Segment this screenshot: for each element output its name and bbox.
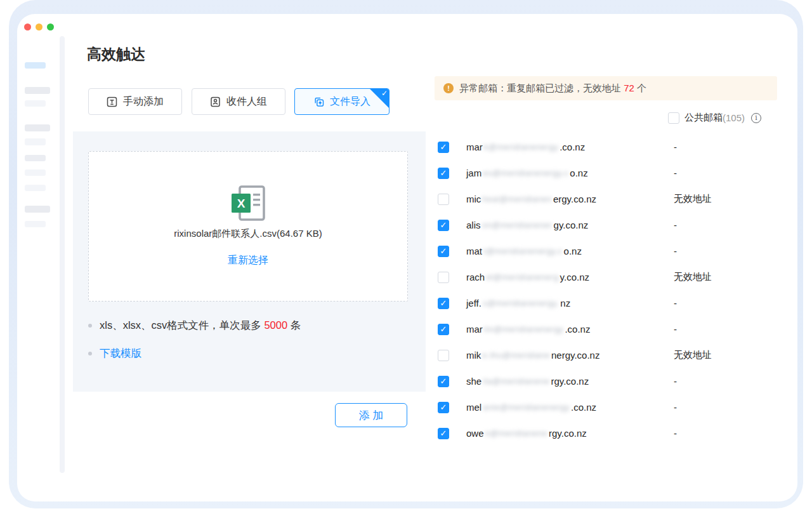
email-status: - xyxy=(674,324,677,335)
email-status: - xyxy=(674,246,677,256)
email-status: - xyxy=(674,220,677,230)
email-row-checkbox[interactable] xyxy=(438,272,449,283)
masked-email-segment: tin@meridianenergy xyxy=(484,324,564,334)
warning-icon: ! xyxy=(443,83,454,93)
email-address: rachel@meridianenergy.co.nz xyxy=(466,272,589,282)
sidebar-skeleton-bar xyxy=(25,124,50,131)
email-status: 无效地址 xyxy=(674,193,712,205)
masked-email-segment: heal@meridianen xyxy=(482,194,552,204)
email-row: ✓matt@meridianenergy.co.nz- xyxy=(435,238,780,264)
email-row: micheal@meridianenergy.co.nz无效地址 xyxy=(435,186,780,212)
tab-file-import[interactable]: 文件导入 ✓ xyxy=(294,88,390,115)
email-row-checkbox[interactable]: ✓ xyxy=(438,324,449,335)
recipient-group-icon xyxy=(210,96,221,107)
sidebar-skeleton-bar xyxy=(25,155,46,161)
bullet-dot xyxy=(88,324,92,328)
email-status: - xyxy=(674,376,677,387)
email-row-checkbox[interactable]: ✓ xyxy=(438,142,449,153)
tab-label: 文件导入 xyxy=(330,95,370,109)
sidebar-skeleton-bar xyxy=(25,100,46,107)
download-template-link[interactable]: 下载模版 xyxy=(100,347,141,361)
email-row-checkbox[interactable]: ✓ xyxy=(438,376,449,387)
traffic-light-minimize[interactable] xyxy=(36,23,43,30)
traffic-light-close[interactable] xyxy=(24,23,31,30)
email-address: mark@meridianenergy.co.nz xyxy=(466,142,585,152)
email-row: ✓sheila@meridianenergy.co.nz- xyxy=(435,368,780,394)
email-row: ✓mark@meridianenergy.co.nz- xyxy=(435,134,780,160)
email-address: mike.thu@meridianenergy.co.nz xyxy=(466,350,599,361)
email-row-checkbox[interactable]: ✓ xyxy=(438,246,449,257)
bullet-dot xyxy=(88,352,92,355)
page-title: 高效触达 xyxy=(87,44,145,64)
tab-recipient-group[interactable]: 收件人组 xyxy=(192,88,285,115)
sidebar-skeleton-bar xyxy=(25,138,46,145)
masked-email-segment: anie@meridianenergy xyxy=(483,402,570,412)
masked-email-segment: e.thu@meridiane xyxy=(482,350,550,360)
uploaded-file-name: rixinsolar邮件联系人.csv(64.67 KB) xyxy=(89,228,407,240)
email-row: ✓alison@meridianenergy.co.nz- xyxy=(435,212,780,238)
masked-email-segment: t@meridianenergy.c xyxy=(483,246,563,256)
add-button[interactable]: 添 加 xyxy=(335,403,407,427)
email-row-checkbox[interactable]: ✓ xyxy=(438,220,449,231)
max-count: 5000 xyxy=(264,319,287,331)
email-row: ✓martin@meridianenergy.co.nz- xyxy=(435,316,780,342)
email-address: james@meridianenergy.co.nz xyxy=(466,168,588,178)
sidebar-divider xyxy=(60,36,65,473)
public-mailbox-checkbox[interactable] xyxy=(668,112,679,124)
sidebar-skeleton-bar xyxy=(25,185,46,191)
email-address: alison@meridianenergy.co.nz xyxy=(466,220,588,230)
email-address: micheal@meridianenergy.co.nz xyxy=(466,194,596,204)
masked-email-segment: el@meridianenerg xyxy=(486,272,558,282)
email-status: - xyxy=(674,168,677,178)
manual-add-icon xyxy=(107,96,117,107)
email-row-checkbox[interactable] xyxy=(438,194,449,205)
email-address: martin@meridianenergy.co.nz xyxy=(466,324,590,335)
email-address: melanie@meridianenergy.co.nz xyxy=(466,402,596,413)
email-address: owen@meridianenergy.co.nz xyxy=(466,428,587,439)
sidebar-skeleton-bar xyxy=(25,87,50,94)
email-status: - xyxy=(674,142,677,152)
email-row-checkbox[interactable] xyxy=(438,350,449,361)
corner-check-icon: ✓ xyxy=(381,89,388,98)
email-row: ✓james@meridianenergy.co.nz- xyxy=(435,160,780,186)
sidebar-skeleton-bar xyxy=(25,169,46,176)
email-row: ✓melanie@meridianenergy.co.nz- xyxy=(435,394,780,420)
traffic-light-zoom[interactable] xyxy=(47,23,54,30)
masked-email-segment: n@meridianene xyxy=(485,428,547,438)
file-import-icon xyxy=(313,96,324,107)
email-status: 无效地址 xyxy=(674,349,712,361)
email-row-checkbox[interactable]: ✓ xyxy=(438,168,449,179)
sidebar-skeleton-bar xyxy=(25,221,46,227)
email-row: ✓jeff.s@meridianenergy.nz- xyxy=(435,290,780,316)
sidebar-skeleton-bar-active[interactable] xyxy=(25,62,46,69)
masked-email-segment: on@meridianener xyxy=(482,220,553,230)
masked-email-segment: k@meridianenergy xyxy=(484,142,558,152)
public-mailbox-count: (105) xyxy=(723,112,745,123)
svg-text:X: X xyxy=(237,197,246,210)
reselect-link[interactable]: 重新选择 xyxy=(228,254,268,267)
public-mailbox-label: 公共邮箱 xyxy=(684,112,723,124)
template-hint: 下载模版 xyxy=(88,347,141,361)
email-row-checkbox[interactable]: ✓ xyxy=(438,428,449,439)
email-address: jeff.s@meridianenergy.nz xyxy=(466,298,570,309)
email-row: ✓owen@meridianenergy.co.nz- xyxy=(435,420,780,446)
email-address: sheila@meridianenergy.co.nz xyxy=(466,376,589,387)
email-row: rachel@meridianenergy.co.nz无效地址 xyxy=(435,264,780,290)
public-mailbox-row: 公共邮箱 (105) i xyxy=(668,112,761,124)
email-row-checkbox[interactable]: ✓ xyxy=(438,402,449,413)
email-row-checkbox[interactable]: ✓ xyxy=(438,298,449,309)
masked-email-segment: ila@meridianene xyxy=(483,376,549,386)
tab-label: 收件人组 xyxy=(226,95,267,109)
excel-file-icon: X xyxy=(230,185,266,222)
file-dropzone[interactable]: X rixinsolar邮件联系人.csv(64.67 KB) 重新选择 xyxy=(88,151,408,302)
email-row: mike.thu@meridianenergy.co.nz无效地址 xyxy=(435,342,780,368)
invalid-count: 72 xyxy=(624,83,634,93)
email-status: 无效地址 xyxy=(674,271,712,283)
masked-email-segment: es@meridianenergy.c xyxy=(483,168,568,178)
info-icon[interactable]: i xyxy=(751,113,761,123)
email-list: ✓mark@meridianenergy.co.nz-✓james@meridi… xyxy=(435,134,780,446)
tab-label: 手动添加 xyxy=(123,95,164,109)
sidebar-skeleton-bar xyxy=(25,206,50,213)
email-status: - xyxy=(674,298,677,309)
tab-manual-add[interactable]: 手动添加 xyxy=(88,88,182,115)
